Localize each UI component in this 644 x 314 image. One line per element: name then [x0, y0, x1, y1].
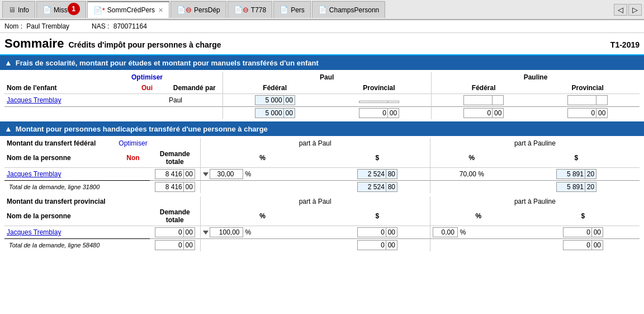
table-row: Jacques Tremblay Paul 5 000 00 [4, 94, 640, 107]
prov-pauline-dollar-dec: 00 [591, 228, 603, 237]
prov-tot-paul-dec: 00 [386, 241, 397, 250]
tab-label-sommcredpers: SommCrédPers [107, 6, 155, 14]
tab-persdep[interactable]: 📄⊖ PersDép [171, 1, 226, 18]
prov-paul-pct-cell[interactable]: 100,00 % [200, 226, 325, 239]
provincial-opt-empty [116, 196, 150, 207]
th-prov-pauline-pct: % [430, 207, 526, 226]
prov-paul-dollar-main: 0 [358, 228, 386, 237]
enfant-nom-cell[interactable]: Jacques Tremblay [4, 94, 127, 107]
provincial-header-row1: Montant du transfert provincial part à P… [4, 196, 640, 207]
provincial-total-row: Total de la demande, ligne 58480 0 00 0 … [4, 239, 640, 252]
paul-provincial-input-cell[interactable] [327, 94, 432, 107]
prov-total-pauline-pct [430, 239, 526, 252]
pauline-prov-dec [596, 96, 607, 105]
part-pauline-header: part à Pauline [430, 138, 640, 148]
tab-label-miss: Miss [54, 6, 68, 14]
optimiser-value: Oui [141, 84, 153, 92]
fed-total-dem-main: 8 416 [155, 182, 183, 191]
federal-nom-label: Nom de la personne [7, 154, 71, 162]
fed-tot-pauline-dec: 20 [585, 182, 596, 191]
prov-pauline-pct-sign: % [460, 228, 466, 236]
col-optimiser-label: Optimiser [127, 72, 167, 82]
pauline-dollar-cell[interactable]: 5 891 20 [513, 168, 640, 181]
tab-close-sommcredpers[interactable]: ✕ [158, 7, 163, 14]
nav-prev-button[interactable]: ◁ [614, 4, 627, 16]
section1-header[interactable]: ▲ Frais de scolarité, montant pour étude… [0, 55, 644, 70]
tab-t778[interactable]: 📄⊖ T778 [228, 1, 272, 18]
tab-sommcredpers[interactable]: 📄* SommCrédPers ✕ [87, 1, 169, 18]
part-paul-label: part à Paul [299, 139, 332, 147]
pauline-federal-input-cell[interactable] [432, 94, 536, 107]
provincial-block-label: Montant du transfert provincial [4, 196, 116, 207]
prov-pauline-pct-value: 0,00 [433, 228, 456, 237]
section1-frais-scolarite: ▲ Frais de scolarité, montant pour étude… [0, 55, 644, 121]
tab-label-pers: Pers [291, 6, 305, 14]
fed-demande-cell[interactable]: 8 416 00 [150, 168, 200, 181]
pauline-provincial-input-cell[interactable] [536, 94, 640, 107]
fed-opt-empty [116, 168, 150, 181]
nav-next-button[interactable]: ▷ [628, 4, 642, 16]
paul-federal-input-cell[interactable]: 5 000 00 [222, 94, 327, 107]
paul-pct-label: % [259, 154, 266, 162]
total-pauline-federal-cell: 0 00 [432, 107, 536, 120]
tab-badge-miss: 1 [68, 3, 80, 15]
section2-content: Montant du transfert fédéral Optimiser p… [0, 136, 644, 254]
prov-paul-pct-value: 100,00 [210, 228, 241, 237]
fed-opt-label: Optimiser [119, 139, 147, 147]
federal-label-text: Montant du transfert fédéral [7, 139, 96, 147]
tab-miss[interactable]: 📄 Miss 1 [36, 1, 86, 18]
federal-total-label: Total de la demande, ligne 31800 [4, 181, 150, 194]
paul-federal-label: Fédéral [263, 84, 287, 92]
th-pauline-dollar: $ [513, 148, 640, 168]
pauline-dollar-label: $ [575, 154, 579, 162]
nom-value: Paul Tremblay [26, 22, 69, 30]
pauline-pct-sign: % [478, 170, 484, 178]
pauline-group-label: Pauline [524, 73, 548, 81]
paul-provincial-label: Provincial [363, 84, 395, 92]
prov-total-paul-pct [200, 239, 325, 252]
th-prov-demande-totale: Demande totale [150, 207, 200, 226]
prov-pauline-dollar-label: $ [581, 212, 585, 220]
nas-value: 870071164 [113, 22, 147, 30]
col-nom-enfant [4, 72, 127, 82]
paul-dollar-cell[interactable]: 2 524 80 [325, 168, 430, 181]
provincial-block-table: Montant du transfert provincial part à P… [4, 196, 640, 251]
tab-label-t778: T778 [251, 6, 266, 14]
total-pauline-provincial-cell: 0 00 [536, 107, 640, 120]
fed-demande-dec: 00 [183, 170, 195, 179]
section1-header-row1: Optimiser Paul Pauline [4, 72, 640, 82]
prov-total-demande: 0 00 [150, 239, 200, 252]
nom-label: Nom : [4, 22, 22, 30]
pauline-dollar-dec: 20 [585, 170, 596, 179]
prov-demande-main: 0 [155, 228, 183, 237]
tab-info[interactable]: 🖥 Info [2, 1, 35, 18]
th-prov-pauline-dollar: $ [527, 207, 640, 226]
tab-label-champspersonn: ChampsPersonn [329, 6, 379, 14]
provincial-label-text: Montant du transfert provincial [7, 198, 106, 205]
demande-par-value: Paul [169, 96, 182, 104]
th-prov-paul-dollar: $ [325, 207, 430, 226]
prov-pauline-pct-cell[interactable]: 0,00 % [430, 226, 526, 239]
paul-pct-cell[interactable]: 30,00 % [200, 168, 325, 181]
total-paul-fed-dec: 00 [283, 109, 295, 118]
prov-demande-cell[interactable]: 0 00 [150, 226, 200, 239]
prov-part-pauline-header: part à Pauline [430, 196, 640, 207]
fed-nom-cell[interactable]: Jacques Tremblay [4, 168, 116, 181]
prov-pauline-pct-label: % [475, 212, 481, 220]
table-row: Jacques Tremblay 8 416 00 30,00 [4, 168, 640, 181]
nas-field: NAS : 870071164 [92, 22, 147, 30]
provincial-total-text: Total de la demande, ligne 58480 [9, 242, 100, 249]
enfant-demande-par-cell[interactable]: Paul [167, 94, 222, 107]
prov-pauline-dollar-cell[interactable]: 0 00 [527, 226, 640, 239]
pauline-provincial-label: Provincial [571, 84, 603, 92]
tab-champspersonn[interactable]: 📄 ChampsPersonn [312, 1, 385, 18]
federal-demande-totale-header [150, 138, 200, 148]
th-prov-paul-pct: % [200, 207, 325, 226]
section2-header[interactable]: ▲ Montant pour personnes handicapées tra… [0, 121, 644, 136]
doc-icon-sommcredpers: 📄* [93, 6, 105, 15]
prov-paul-dollar-cell[interactable]: 0 00 [325, 226, 430, 239]
tab-label-persdep: PersDép [194, 6, 220, 14]
tab-pers[interactable]: 📄 Pers [273, 1, 311, 18]
prov-nom-cell[interactable]: Jacques Tremblay [4, 226, 116, 239]
total-pauline-prov-dec: 00 [596, 109, 607, 118]
